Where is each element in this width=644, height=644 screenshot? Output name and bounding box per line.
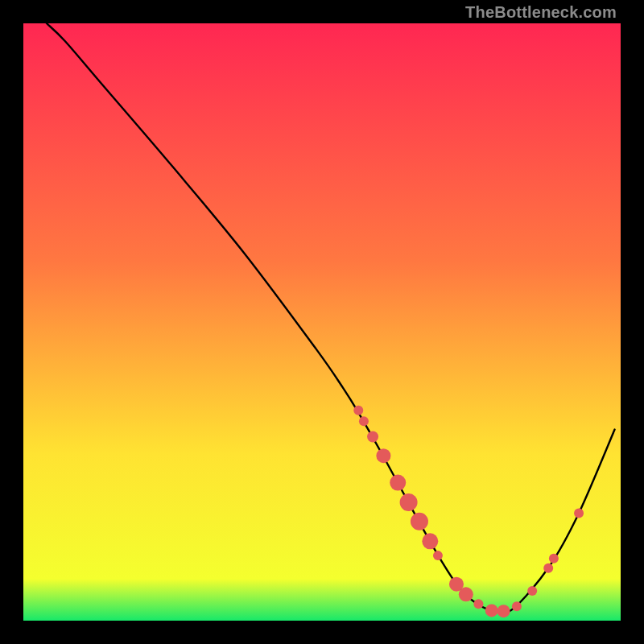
chart-frame: TheBottleneck.com <box>0 0 644 644</box>
gradient-background <box>23 23 621 621</box>
marker-dot <box>411 513 428 530</box>
marker-dot <box>485 604 498 617</box>
marker-dot <box>376 448 390 463</box>
bottleneck-chart <box>23 23 621 621</box>
marker-dot <box>543 564 553 573</box>
marker-dot <box>353 406 363 415</box>
marker-dot <box>549 554 559 564</box>
watermark-text: TheBottleneck.com <box>465 3 617 22</box>
marker-dot <box>367 431 378 442</box>
marker-dot <box>422 533 438 549</box>
marker-dot <box>497 605 510 617</box>
marker-dot <box>433 551 443 560</box>
marker-dot <box>359 416 369 426</box>
marker-dot <box>390 475 406 491</box>
marker-dot <box>400 493 418 511</box>
marker-dot <box>512 601 522 611</box>
marker-dot <box>527 586 537 596</box>
marker-dot <box>459 587 473 601</box>
marker-dot <box>473 599 483 609</box>
marker-dot <box>574 508 584 518</box>
